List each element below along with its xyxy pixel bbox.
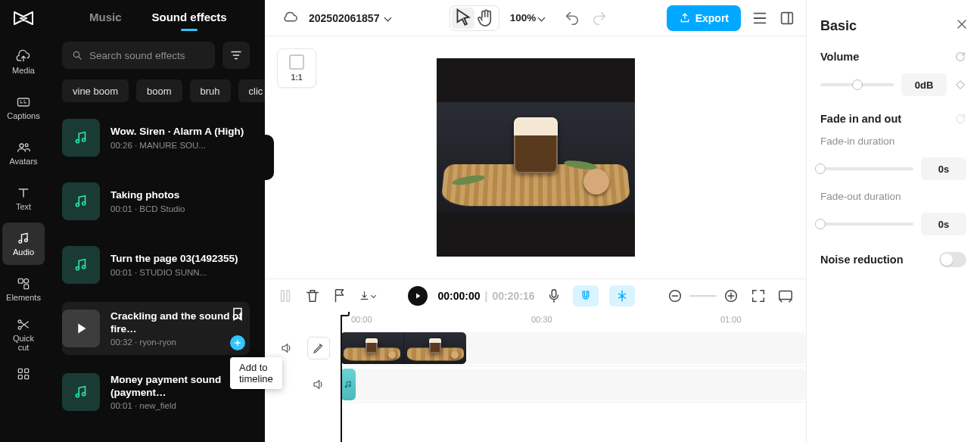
zoom-out-button[interactable] [667, 288, 683, 304]
timeline-toolbar: 00:00:00|00:20:16 [265, 279, 806, 312]
hand-tool[interactable] [474, 8, 497, 29]
noise-reduction-toggle[interactable] [939, 252, 966, 267]
search-input[interactable]: Search sound effects [62, 42, 215, 69]
app-logo[interactable] [6, 6, 41, 30]
svg-rect-11 [25, 369, 29, 372]
chip-click[interactable]: clic [238, 79, 265, 102]
ruler-mark: 00:30 [531, 315, 552, 324]
elements-icon [16, 276, 31, 291]
preview-canvas[interactable] [437, 58, 635, 257]
tab-sound-effects[interactable]: Sound effects [152, 11, 227, 23]
sound-effects-panel: Music Sound effects Search sound effects… [47, 0, 265, 442]
marker-button[interactable] [331, 288, 348, 304]
svg-point-17 [76, 204, 79, 207]
svg-rect-10 [18, 369, 22, 372]
voiceover-button[interactable] [546, 288, 562, 304]
delete-button[interactable] [304, 288, 321, 304]
preview-area: 1:1 [265, 36, 806, 279]
svg-point-15 [76, 140, 79, 143]
video-track[interactable] [341, 330, 806, 366]
svg-point-30 [345, 386, 347, 388]
sound-thumbnail-play[interactable] [62, 310, 100, 347]
rail-item-elements[interactable]: Elements [2, 268, 45, 310]
left-rail: Media Captions Avatars Text Audio Elemen… [0, 0, 47, 442]
volume-slider[interactable] [820, 83, 894, 86]
svg-point-14 [73, 51, 79, 57]
rail-item-avatars[interactable]: Avatars [2, 132, 45, 174]
aspect-ratio-selector[interactable]: 1:1 [277, 48, 316, 88]
filter-button[interactable] [222, 42, 250, 69]
video-clip[interactable] [341, 332, 466, 364]
aspect-ratio-label: 1:1 [291, 73, 302, 82]
export-button[interactable]: Export [667, 5, 741, 31]
sound-item[interactable]: Crackling and the sound of fire… 00:32 ·… [62, 302, 250, 355]
chip-vine-boom[interactable]: vine boom [62, 79, 129, 102]
play-button[interactable] [408, 286, 428, 306]
side-panel-icon[interactable] [779, 10, 795, 26]
svg-rect-13 [25, 375, 29, 379]
zoom-dropdown[interactable]: 100% [504, 5, 551, 31]
chip-boom[interactable]: boom [136, 79, 182, 102]
rail-item-captions[interactable]: Captions [2, 86, 45, 129]
rail-label: Audio [13, 247, 34, 257]
reset-button[interactable] [954, 51, 966, 63]
music-note-icon [73, 257, 89, 273]
rail-item-text[interactable]: Text [2, 177, 45, 219]
timeline-tracks[interactable]: 00:00 00:30 01:00 [341, 312, 806, 442]
svg-point-19 [76, 267, 79, 270]
audio-clip[interactable] [341, 369, 356, 400]
fade-out-value[interactable]: 0s [921, 213, 966, 235]
cloud-status-icon[interactable] [282, 10, 298, 26]
rail-label: Avatars [9, 157, 37, 166]
zoom-in-button[interactable] [723, 288, 739, 304]
sound-item[interactable]: Turn the page 03(1492355) 00:01 · STUDIO… [62, 238, 250, 291]
rail-item-quickcut[interactable]: Quick cut [2, 313, 45, 356]
volume-value[interactable]: 0dB [901, 73, 947, 96]
top-bar: 202502061857 100% [265, 0, 806, 36]
sound-subtitle: 00:01 · new_field [110, 401, 245, 410]
close-panel-button[interactable] [954, 17, 969, 32]
svg-point-21 [76, 394, 79, 397]
rail-item-more[interactable] [2, 359, 45, 389]
timeline-ruler[interactable]: 00:00 00:30 01:00 [341, 312, 806, 330]
fit-to-screen-button[interactable] [750, 288, 767, 304]
svg-rect-5 [18, 279, 23, 283]
split-button [277, 288, 294, 304]
sound-item[interactable]: Money payment sound (payment… 00:01 · ne… [62, 366, 250, 419]
svg-point-4 [25, 239, 28, 242]
tab-music[interactable]: Music [89, 11, 122, 23]
magnetic-button[interactable] [573, 285, 599, 307]
add-to-timeline-button[interactable] [230, 335, 245, 350]
fade-out-slider[interactable] [820, 223, 913, 226]
timeline-zoom-slider[interactable] [689, 295, 717, 297]
bookmark-icon[interactable] [230, 307, 245, 322]
layout-panels-icon[interactable] [751, 10, 768, 26]
fade-in-value[interactable]: 0s [921, 157, 966, 180]
track-edit-button[interactable] [307, 337, 330, 360]
rail-label: Text [16, 202, 31, 211]
filter-icon [229, 48, 243, 62]
project-name-dropdown[interactable]: 202502061857 [309, 12, 390, 24]
undo-button[interactable] [564, 10, 580, 26]
sound-item[interactable]: Wow. Siren · Alarm A (High) 00:26 · MANU… [62, 111, 250, 164]
download-button[interactable] [359, 288, 375, 304]
rail-item-audio[interactable]: Audio [2, 223, 45, 265]
rail-item-media[interactable]: Media [2, 41, 45, 83]
playhead[interactable] [341, 312, 342, 442]
keyframe-button[interactable] [954, 79, 966, 91]
track-mute-button[interactable] [307, 373, 330, 396]
track-mute-button[interactable] [275, 337, 298, 360]
svg-point-7 [24, 279, 29, 283]
audio-track[interactable] [341, 366, 806, 403]
sound-item[interactable]: Taking photos 00:01 · BCD Studio [62, 175, 250, 228]
snap-button[interactable] [609, 285, 635, 307]
chip-bruh[interactable]: bruh [190, 79, 231, 102]
sound-title: Turn the page 03(1492355) [110, 253, 245, 266]
preview-mode-button[interactable] [777, 288, 794, 304]
sound-subtitle: 00:01 · BCD Studio [110, 204, 245, 213]
select-tool[interactable] [452, 8, 474, 29]
speaker-icon [312, 378, 325, 391]
noise-reduction-row: Noise reduction [820, 252, 966, 267]
zoom-value: 100% [510, 12, 537, 23]
fade-in-slider[interactable] [820, 167, 913, 170]
